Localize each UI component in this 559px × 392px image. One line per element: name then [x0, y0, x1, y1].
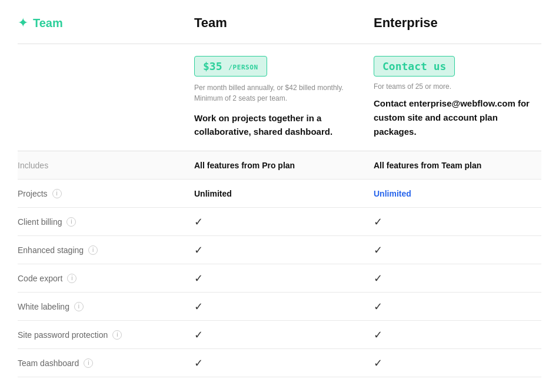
projects-row: Projects i Unlimited Unlimited [18, 180, 541, 208]
projects-info-icon[interactable]: i [52, 189, 62, 198]
team-white-labeling-check: ✓ [194, 300, 203, 313]
enterprise-contact-info: Contact enterprise@webflow.com for custo… [374, 97, 530, 139]
enterprise-site-password-protection-check: ✓ [374, 328, 382, 341]
enterprise-white-labeling-value: ✓ [362, 293, 541, 320]
enterprise-plan-title: Enterprise [374, 15, 438, 30]
team-site-password-protection-check: ✓ [194, 328, 203, 341]
white-labeling-row: White labeling i ✓ ✓ [18, 293, 541, 321]
team-price-badge: $35 /PERSON [194, 56, 350, 82]
client-billing-row: Client billing i ✓ ✓ [18, 208, 541, 236]
team-enhanced-staging-check: ✓ [194, 244, 203, 257]
team-price-unit: /PERSON [228, 64, 258, 71]
site-password-protection-label-cell: Site password protection i [18, 323, 182, 347]
brand-icon: ✦ [18, 15, 28, 31]
pricing-row: $35 /PERSON Per month billed annually, o… [18, 44, 541, 151]
team-projects-text: Unlimited [194, 189, 232, 198]
enhanced-staging-row: Enhanced staging i ✓ ✓ [18, 236, 541, 264]
client-billing-label-cell: Client billing i [18, 210, 182, 234]
brand-title: Team [33, 16, 63, 30]
enterprise-code-export-value: ✓ [362, 265, 541, 292]
team-price-note: Per month billed annually, or $42 billed… [194, 82, 350, 104]
team-enhanced-staging-value: ✓ [182, 237, 362, 264]
client-billing-label: Client billing [18, 217, 62, 227]
enterprise-projects-link[interactable]: Unlimited [374, 189, 411, 198]
enterprise-client-billing-value: ✓ [362, 208, 541, 235]
contact-us-badge[interactable]: Contact us [374, 56, 455, 77]
team-client-billing-check: ✓ [194, 215, 203, 228]
enhanced-staging-label-cell: Enhanced staging i [18, 238, 182, 262]
team-includes-text: All features from Pro plan [194, 161, 295, 170]
client-billing-info-icon[interactable]: i [66, 217, 76, 227]
projects-label-cell: Projects i [18, 182, 182, 205]
includes-label: Includes [18, 154, 182, 177]
team-white-labeling-value: ✓ [182, 293, 362, 320]
code-export-info-icon[interactable]: i [67, 274, 76, 283]
team-dashboard-label-cell: Team dashboard i [18, 351, 182, 375]
site-password-protection-row: Site password protection i ✓ ✓ [18, 321, 541, 349]
code-export-label: Code export [18, 274, 62, 283]
team-includes-value: All features from Pro plan [182, 154, 362, 177]
team-code-export-value: ✓ [182, 265, 362, 292]
site-password-protection-label: Site password protection [18, 330, 108, 340]
features-table: Includes All features from Pro plan All … [18, 151, 541, 377]
enterprise-enhanced-staging-check: ✓ [374, 244, 382, 257]
enterprise-note: For teams of 25 or more. [374, 82, 530, 91]
white-labeling-label-cell: White labeling i [18, 295, 182, 318]
enterprise-plan-header: Enterprise [362, 12, 541, 34]
enterprise-projects-value: Unlimited [362, 182, 541, 205]
team-price-amount: $35 [203, 60, 222, 72]
enterprise-enhanced-staging-value: ✓ [362, 237, 541, 264]
code-export-row: Code export i ✓ ✓ [18, 264, 541, 293]
team-projects-value: Unlimited [182, 182, 362, 205]
pricing-empty-col [18, 56, 182, 139]
brand-section: ✦ Team [18, 12, 182, 34]
team-team-dashboard-value: ✓ [182, 350, 362, 377]
team-price-display: $35 /PERSON [194, 56, 267, 77]
enhanced-staging-label: Enhanced staging [18, 245, 84, 255]
enterprise-includes-text: All features from Team plan [374, 161, 481, 170]
enhanced-staging-info-icon[interactable]: i [88, 245, 98, 255]
team-client-billing-value: ✓ [182, 208, 362, 235]
enterprise-code-export-check: ✓ [374, 272, 382, 285]
team-team-dashboard-check: ✓ [194, 357, 203, 370]
projects-label: Projects [18, 189, 48, 198]
enterprise-includes-value: All features from Team plan [362, 154, 541, 177]
enterprise-team-dashboard-check: ✓ [374, 357, 382, 370]
team-dashboard-row: Team dashboard i ✓ ✓ [18, 349, 541, 377]
team-plan-title: Team [194, 15, 227, 30]
includes-label-text: Includes [18, 161, 48, 170]
includes-row: Includes All features from Pro plan All … [18, 151, 541, 180]
team-plan-header: Team [182, 12, 362, 34]
team-pricing-col: $35 /PERSON Per month billed annually, o… [182, 56, 362, 139]
enterprise-white-labeling-check: ✓ [374, 300, 382, 313]
enterprise-client-billing-check: ✓ [374, 215, 382, 228]
enterprise-site-password-protection-value: ✓ [362, 321, 541, 348]
white-labeling-info-icon[interactable]: i [74, 302, 84, 311]
code-export-label-cell: Code export i [18, 267, 182, 290]
team-site-password-protection-value: ✓ [182, 321, 362, 348]
site-password-protection-info-icon[interactable]: i [112, 330, 122, 340]
team-dashboard-info-icon[interactable]: i [84, 358, 93, 368]
page-wrapper: ✦ Team Team Enterprise $35 /PERSON Per m… [0, 0, 559, 392]
team-dashboard-label: Team dashboard [18, 358, 79, 368]
enterprise-pricing-col: Contact us For teams of 25 or more. Cont… [362, 56, 541, 139]
team-code-export-check: ✓ [194, 272, 203, 285]
white-labeling-label: White labeling [18, 302, 69, 311]
header-row: ✦ Team Team Enterprise [18, 12, 541, 44]
enterprise-price-badge[interactable]: Contact us [374, 56, 530, 82]
team-tagline: Work on projects together in a collabora… [194, 112, 350, 138]
enterprise-team-dashboard-value: ✓ [362, 350, 541, 377]
